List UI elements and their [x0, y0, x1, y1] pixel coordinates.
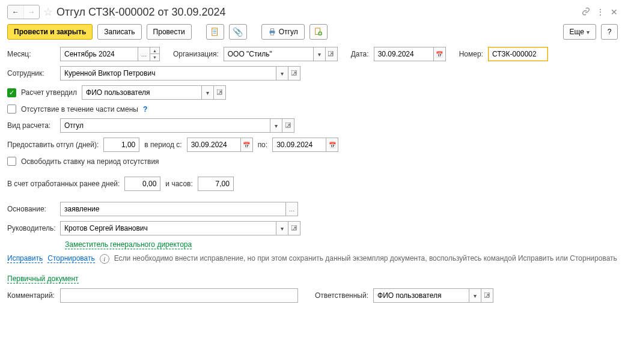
month-input[interactable]	[60, 47, 138, 61]
manager-open[interactable]	[288, 221, 300, 235]
calc-approved-checkbox[interactable]	[7, 88, 16, 97]
manager-dropdown[interactable]: ▾	[276, 221, 288, 235]
reason-field: …	[60, 202, 298, 216]
report-icon	[211, 28, 219, 36]
calendar-icon: 📅	[329, 142, 336, 148]
month-label: Месяц:	[7, 50, 55, 58]
month-up[interactable]: ▲	[150, 47, 160, 54]
employee-dropdown[interactable]: ▾	[276, 66, 288, 80]
employee-open[interactable]	[288, 66, 300, 80]
create-based-button[interactable]	[309, 24, 328, 40]
comment-label: Комментарий:	[7, 291, 55, 300]
period-from-input[interactable]	[187, 138, 241, 152]
month-down[interactable]: ▼	[150, 54, 160, 61]
title-bar: ← → ☆ Отгул СТЗК-000002 от 30.09.2024 ⋮ …	[7, 5, 618, 19]
arrow-left-icon: ←	[12, 8, 19, 16]
save-button[interactable]: Записать	[97, 24, 141, 40]
printer-icon	[268, 28, 276, 36]
grant-days-input[interactable]	[103, 138, 139, 152]
org-open[interactable]	[326, 47, 338, 61]
period-to-input[interactable]	[272, 138, 326, 152]
month-stepper: ▲ ▼	[150, 47, 160, 61]
manager-position-link[interactable]: Заместитель генерального директора	[65, 240, 192, 249]
employee-label: Сотрудник:	[7, 69, 55, 77]
release-rate-label: Освободить ставку на период отсутствия	[21, 157, 159, 166]
comment-input[interactable]	[60, 288, 298, 303]
calctype-label: Вид расчета:	[7, 121, 55, 130]
svg-rect-3	[213, 33, 216, 34]
partial-absence-checkbox[interactable]	[7, 105, 16, 114]
org-input[interactable]	[224, 47, 314, 61]
svg-rect-2	[213, 31, 216, 32]
manager-input[interactable]	[60, 221, 276, 235]
row-manager: Руководитель: ▾	[7, 221, 618, 235]
calctype-input[interactable]	[60, 118, 270, 133]
print-button[interactable]: Отгул	[261, 24, 305, 40]
report-button[interactable]	[206, 24, 224, 40]
date-label: Дата:	[351, 50, 369, 58]
correct-link[interactable]: Исправить	[7, 254, 43, 263]
approver-dropdown[interactable]: ▾	[202, 85, 214, 100]
period-to-label: по:	[258, 141, 268, 149]
attach-button[interactable]: 📎	[229, 24, 247, 40]
row-comment: Комментарий: Ответственный: ▾	[7, 288, 618, 303]
calctype-dropdown[interactable]: ▾	[270, 118, 282, 133]
open-icon	[217, 89, 223, 96]
reason-input[interactable]	[60, 202, 286, 216]
date-field: 📅	[374, 47, 446, 61]
favorite-icon[interactable]: ☆	[43, 5, 53, 19]
worked-hours-input[interactable]	[198, 177, 234, 191]
partial-absence-help[interactable]: ?	[143, 105, 147, 114]
approver-open[interactable]	[214, 85, 226, 100]
date-input[interactable]	[374, 47, 434, 61]
number-label: Номер:	[459, 50, 483, 58]
row-correct: Исправить Сторнировать i Если необходимо…	[7, 254, 618, 264]
manager-field: ▾	[60, 221, 300, 235]
calc-approved-label: Расчет утвердил	[21, 88, 77, 97]
calctype-open[interactable]	[282, 118, 294, 133]
grant-days-label: Предоставить отгул (дней):	[7, 141, 99, 149]
period-from-calendar[interactable]: 📅	[241, 138, 253, 152]
org-label: Организация:	[173, 50, 219, 58]
worked-days-label: В счет отработанных ранее дней:	[7, 180, 120, 188]
help-button[interactable]: ?	[601, 24, 618, 40]
close-icon[interactable]: ✕	[611, 7, 618, 17]
open-icon	[285, 123, 291, 129]
open-icon	[291, 225, 297, 231]
row-calctype: Вид расчета: ▾	[7, 118, 618, 133]
period-from-field: 📅	[187, 138, 253, 152]
responsible-dropdown[interactable]: ▾	[469, 288, 481, 303]
employee-field: ▾	[60, 66, 300, 80]
period-to-field: 📅	[272, 138, 338, 152]
svg-rect-1	[213, 30, 216, 31]
period-to-calendar[interactable]: 📅	[326, 138, 338, 152]
org-dropdown[interactable]: ▾	[314, 47, 326, 61]
approver-input[interactable]	[82, 85, 202, 100]
primary-doc-link[interactable]: Первичный документ	[7, 275, 79, 284]
responsible-open[interactable]	[481, 288, 493, 303]
partial-absence-label: Отсутствие в течение части смены	[21, 105, 138, 114]
reason-select[interactable]: …	[286, 202, 298, 216]
release-rate-checkbox[interactable]	[7, 157, 16, 166]
worked-hours-label: и часов:	[165, 180, 192, 188]
more-button[interactable]: Еще	[563, 24, 596, 40]
link-icon[interactable]	[582, 7, 590, 17]
info-icon: i	[100, 254, 109, 264]
kebab-icon[interactable]: ⋮	[596, 7, 605, 17]
reverse-link[interactable]: Сторнировать	[47, 254, 94, 263]
responsible-input[interactable]	[373, 288, 469, 303]
number-input[interactable]	[488, 47, 548, 61]
post-and-close-button[interactable]: Провести и закрыть	[7, 24, 93, 40]
back-button[interactable]: ←	[8, 5, 23, 19]
row-partial: Отсутствие в течение части смены ?	[7, 105, 618, 114]
worked-days-input[interactable]	[124, 177, 160, 191]
employee-input[interactable]	[60, 66, 276, 80]
date-calendar[interactable]: 📅	[434, 47, 446, 61]
row-primary-doc: Первичный документ	[7, 275, 618, 284]
responsible-label: Ответственный:	[315, 291, 368, 300]
forward-button[interactable]: →	[23, 5, 39, 19]
row-reason: Основание: …	[7, 202, 618, 216]
month-select-button[interactable]: …	[138, 47, 150, 61]
post-button[interactable]: Провести	[147, 24, 192, 40]
open-icon	[484, 293, 490, 299]
